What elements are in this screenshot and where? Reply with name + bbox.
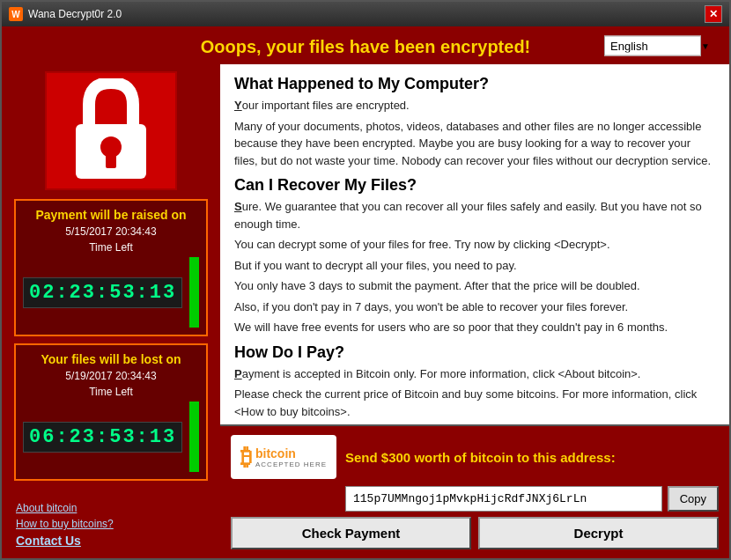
main-window: W Wana Decrypt0r 2.0 ✕ Ooops, your files… (0, 0, 731, 560)
section3-p1: Payment is accepted in Bitcoin only. For… (234, 365, 715, 383)
section2-p6: We will have free events for users who a… (234, 319, 715, 336)
section2-p5: Also, if you don't pay in 7 days, you wo… (234, 298, 715, 316)
timer-box-2: Your files will be lost on 5/19/2017 20:… (14, 343, 208, 481)
section2-p1-rest: ure. We guarantee that you can recover a… (234, 200, 702, 231)
timer2-label: Time Left (23, 386, 199, 398)
window-title: Wana Decrypt0r 2.0 (28, 8, 122, 20)
timer1-row: 02:23:53:13 (23, 257, 199, 328)
close-button[interactable]: ✕ (705, 5, 722, 23)
timer2-title: Your files will be lost on (23, 352, 199, 366)
section1-p1-first: Y (234, 99, 242, 112)
timer2-row: 06:23:53:13 (23, 402, 199, 472)
links-section: About bitcoin How to buy bitcoins? Conta… (9, 502, 121, 551)
copy-button[interactable]: Copy (668, 486, 719, 512)
section1-title: What Happened to My Computer? (234, 75, 715, 93)
contact-us-link[interactable]: Contact Us (16, 534, 114, 548)
timer2-bar (189, 402, 199, 472)
address-row: Copy (345, 486, 719, 512)
titlebar-left: W Wana Decrypt0r 2.0 (9, 7, 122, 21)
timer-box-1: Payment will be raised on 5/15/2017 20:3… (14, 199, 208, 336)
section2-title: Can I Recover My Files? (234, 176, 715, 195)
titlebar: W Wana Decrypt0r 2.0 ✕ (2, 2, 729, 26)
bitcoin-accepted: ACCEPTED HERE (255, 461, 327, 468)
section1-p2: Many of your documents, photos, videos, … (234, 118, 715, 170)
section3-p1-rest: ayment is accepted in Bitcoin only. For … (242, 367, 641, 380)
timer1-label: Time Left (23, 241, 199, 254)
app-icon: W (9, 7, 23, 21)
send-amount-label: Send $300 worth of bitcoin to this addre… (345, 450, 719, 465)
main-content: Payment will be raised on 5/15/2017 20:3… (2, 64, 729, 558)
bitcoin-address-input[interactable] (345, 486, 662, 512)
timer1-date: 5/15/2017 20:34:43 (23, 225, 199, 238)
timer1-bar (189, 257, 199, 328)
section3-title: How Do I Pay? (234, 343, 715, 362)
timer2-date: 5/19/2017 20:34:43 (23, 370, 199, 382)
section1-p1-rest: our important files are encrypted. (242, 99, 410, 112)
left-panel: Payment will be raised on 5/15/2017 20:3… (2, 64, 220, 558)
decrypt-button[interactable]: Decrypt (478, 517, 719, 549)
section3-p2: Please check the current price of Bitcoi… (234, 386, 715, 420)
right-panel: What Happened to My Computer? Your impor… (220, 64, 729, 558)
section1-p1: Your important files are encrypted. (234, 97, 715, 114)
check-payment-button[interactable]: Check Payment (231, 517, 471, 549)
bitcoin-text: bitcoin (255, 446, 327, 461)
svg-rect-2 (106, 154, 116, 168)
section2-p3: But if you want to decrypt all your file… (234, 257, 715, 275)
action-buttons: Check Payment Decrypt (231, 517, 719, 549)
padlock-image (45, 71, 177, 190)
header-area: Ooops, your files have been encrypted! E… (2, 26, 729, 64)
language-select[interactable]: English Español Français Deutsch 中文 日本語 (604, 35, 701, 55)
timer1-display: 02:23:53:13 (23, 277, 182, 308)
text-content[interactable]: What Happened to My Computer? Your impor… (220, 64, 729, 424)
how-to-buy-link[interactable]: How to buy bitcoins? (16, 518, 114, 530)
section2-p1-first: S (234, 200, 242, 213)
timer2-display: 06:23:53:13 (23, 422, 182, 453)
timer1-title: Payment will be raised on (23, 208, 199, 222)
padlock-icon (67, 78, 155, 184)
bottom-panel: ₿ bitcoin ACCEPTED HERE Send $300 worth … (220, 426, 729, 558)
section3-p1-first: P (234, 367, 242, 380)
bitcoin-logo: ₿ bitcoin ACCEPTED HERE (231, 435, 336, 479)
section2-p1: Sure. We guarantee that you can recover … (234, 198, 715, 232)
section2-p2: You can decrypt some of your files for f… (234, 236, 715, 254)
section2-p4: You only have 3 days to submit the payme… (234, 277, 715, 295)
bitcoin-symbol: ₿ (240, 444, 252, 471)
about-bitcoin-link[interactable]: About bitcoin (16, 502, 114, 514)
bitcoin-row: ₿ bitcoin ACCEPTED HERE Send $300 worth … (231, 435, 719, 479)
